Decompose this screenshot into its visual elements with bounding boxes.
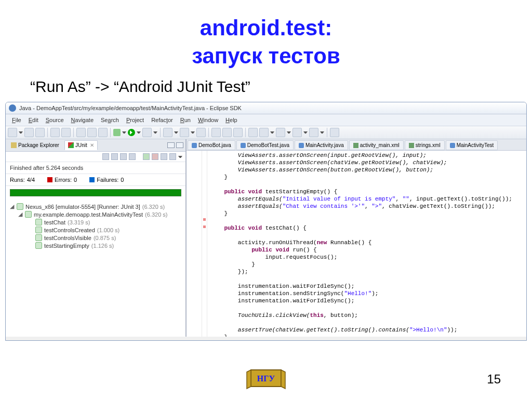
- tree-node-test[interactable]: testControlsVisible (0.875 s): [8, 234, 183, 242]
- editor-tab-mainactivity[interactable]: MainActivity.java: [295, 140, 348, 150]
- eclipse-ide-window: Java - DemoAppTest/src/my/example/demoap…: [5, 102, 527, 341]
- menu-search[interactable]: Search: [98, 116, 122, 124]
- dropdown-d-icon[interactable]: [287, 130, 291, 135]
- history-button[interactable]: [169, 153, 176, 160]
- dropdown-c-icon[interactable]: [270, 130, 274, 135]
- scroll-lock-button[interactable]: [129, 153, 136, 160]
- tool-button-d[interactable]: [276, 128, 285, 137]
- tree-node-test[interactable]: testChat (3.319 s): [8, 218, 183, 226]
- new-class-button[interactable]: [163, 128, 172, 137]
- junit-tree: ◢Nexus_x86 [emulator-5554] [Runner: JUni…: [6, 200, 185, 252]
- ext-dropdown-icon[interactable]: [153, 130, 157, 135]
- new-dropdown-icon[interactable]: [19, 130, 23, 135]
- pin-button[interactable]: [248, 128, 258, 137]
- code-editor[interactable]: ViewAsserts.assertOnScreen(input.getRoot…: [187, 151, 526, 337]
- tool-button-c[interactable]: [259, 128, 269, 137]
- prev-failure-button[interactable]: [111, 153, 118, 160]
- tree-label: testChat: [44, 219, 65, 225]
- tree-duration: (6.320 s): [145, 211, 167, 218]
- tab-junit-label: JUnit: [75, 142, 87, 148]
- tool-button-b[interactable]: [233, 128, 243, 137]
- tab-label: DemoBotTest.java: [247, 142, 289, 148]
- new-class-dropdown-icon[interactable]: [174, 130, 178, 135]
- new-pkg-button[interactable]: [180, 128, 189, 137]
- back-button[interactable]: [292, 128, 302, 137]
- debug-dropdown-icon[interactable]: [122, 130, 126, 135]
- lint-button[interactable]: [98, 128, 108, 137]
- editor-tab-activitymain[interactable]: activity_main.xml: [349, 140, 404, 150]
- menu-help[interactable]: Help: [222, 116, 241, 124]
- sdk-button[interactable]: [76, 128, 86, 137]
- menu-file[interactable]: File: [9, 116, 24, 124]
- maximize-panel-button[interactable]: [176, 142, 183, 148]
- tree-node-test[interactable]: testControlsCreated (1.000 s): [8, 226, 183, 234]
- tool-button-e[interactable]: [330, 128, 339, 137]
- menu-project[interactable]: Project: [123, 116, 147, 124]
- tab-label: MainActivity.java: [305, 142, 344, 148]
- view-menu-dropdown-icon[interactable]: [178, 155, 182, 159]
- java-file-icon: [192, 143, 197, 148]
- tab-label: MainActivityTest: [457, 142, 494, 148]
- window-titlebar[interactable]: Java - DemoAppTest/src/my/example/demoap…: [6, 102, 526, 114]
- rerun-failed-button[interactable]: [152, 153, 158, 160]
- java-file-icon: [241, 143, 246, 148]
- editor-tab-demobottest[interactable]: DemoBotTest.java: [236, 140, 294, 150]
- editor-tab-demobot[interactable]: DemoBot.java: [188, 140, 235, 150]
- show-failures-button[interactable]: [120, 153, 127, 160]
- open-type-button[interactable]: [196, 128, 206, 137]
- tree-label: testControlsCreated: [44, 227, 95, 233]
- junit-status: Finished after 5.264 seconds: [6, 162, 185, 174]
- new-pkg-dropdown-icon[interactable]: [191, 130, 195, 135]
- menu-run[interactable]: Run: [177, 116, 194, 124]
- tree-node-package[interactable]: ◢my.example.demoapp.test.MainActivityTes…: [8, 210, 183, 218]
- save-button[interactable]: [24, 128, 34, 137]
- search-button[interactable]: [211, 128, 221, 137]
- tool-button-1[interactable]: [50, 128, 60, 137]
- save-all-button[interactable]: [35, 128, 45, 137]
- tool-button-a[interactable]: [222, 128, 232, 137]
- junit-icon: [68, 142, 74, 148]
- tab-label: DemoBot.java: [198, 142, 231, 148]
- tree-node-test[interactable]: testStartingEmpty (1.126 s): [8, 242, 183, 249]
- junit-stats: Runs: 4/4 Errors: 0 Failures: 0: [6, 174, 185, 186]
- stop-button[interactable]: [161, 153, 167, 160]
- next-failure-button[interactable]: [102, 153, 109, 160]
- back-dropdown-icon[interactable]: [303, 130, 308, 135]
- tree-node-runner[interactable]: ◢Nexus_x86 [emulator-5554] [Runner: JUni…: [8, 203, 183, 210]
- svg-text:НГУ: НГУ: [257, 374, 275, 383]
- menu-edit[interactable]: Edit: [25, 116, 42, 124]
- minimize-panel-button[interactable]: [167, 142, 175, 148]
- menu-source[interactable]: Source: [43, 116, 67, 124]
- editor-tab-strings[interactable]: strings.xml: [405, 140, 445, 150]
- tree-duration: (6.320 s): [142, 204, 165, 210]
- close-tab-icon[interactable]: ✕: [90, 142, 94, 148]
- window-title: Java - DemoAppTest/src/my/example/demoap…: [19, 105, 242, 111]
- java-file-icon: [450, 143, 455, 148]
- page-number: 15: [487, 372, 501, 387]
- editor-tab-mainactivitytest[interactable]: MainActivityTest: [446, 140, 498, 150]
- tree-label: testControlsVisible: [44, 235, 91, 241]
- rerun-button[interactable]: [143, 153, 150, 160]
- ext-tools-button[interactable]: [142, 128, 152, 137]
- menu-navigate[interactable]: Navigate: [68, 116, 97, 124]
- tab-label: activity_main.xml: [360, 142, 400, 148]
- code-content[interactable]: ViewAsserts.assertOnScreen(input.getRoot…: [207, 151, 526, 337]
- package-explorer-icon: [11, 142, 17, 148]
- tab-package-explorer[interactable]: Package Explorer: [8, 141, 62, 150]
- slide-title-2: запуск тестов: [0, 44, 532, 69]
- tab-junit[interactable]: JUnit ✕: [64, 140, 98, 150]
- avd-button[interactable]: [87, 128, 97, 137]
- menu-refactor[interactable]: Refactor: [148, 116, 176, 124]
- run-dropdown-icon[interactable]: [137, 130, 141, 135]
- tree-label: my.example.demoapp.test.MainActivityTest: [34, 211, 143, 218]
- tool-button-2[interactable]: [61, 128, 71, 137]
- fwd-button[interactable]: [309, 128, 318, 137]
- menu-bar: File Edit Source Navigate Search Project…: [6, 114, 526, 126]
- menu-window[interactable]: Window: [195, 116, 221, 124]
- new-button[interactable]: [8, 128, 17, 137]
- debug-button[interactable]: [113, 129, 121, 136]
- run-button[interactable]: [128, 129, 135, 136]
- university-logo: НГУ: [244, 365, 288, 392]
- fwd-dropdown-icon[interactable]: [320, 130, 324, 135]
- java-file-icon: [299, 143, 304, 148]
